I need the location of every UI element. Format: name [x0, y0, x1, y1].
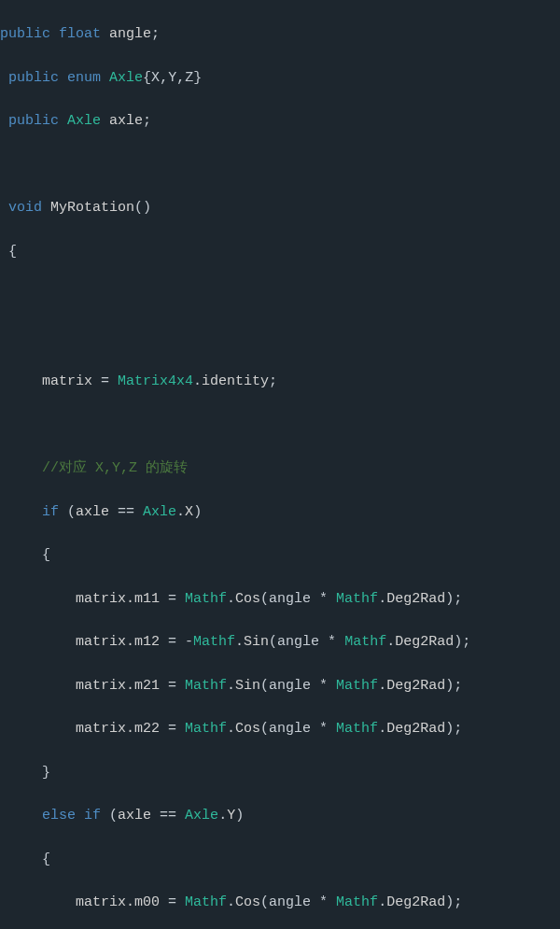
code-line [0, 284, 560, 305]
code-line: public float angle; [0, 23, 560, 45]
code-line: { [0, 544, 560, 566]
code-editor: public float angle; public enum Axle{X,Y… [0, 0, 560, 929]
code-line: //对应 X,Y,Z 的旋转 [0, 457, 560, 479]
code-line: matrix.m12 = -Mathf.Sin(angle * Mathf.De… [0, 631, 560, 653]
code-line [0, 154, 560, 176]
code-line: matrix.m22 = Mathf.Cos(angle * Mathf.Deg… [0, 718, 560, 739]
code-line [0, 415, 560, 436]
code-line: matrix.m21 = Mathf.Sin(angle * Mathf.Deg… [0, 675, 560, 697]
code-line: matrix = Matrix4x4.identity; [0, 371, 560, 392]
code-line: else if (axle == Axle.Y) [0, 805, 560, 826]
code-line: matrix.m11 = Mathf.Cos(angle * Mathf.Deg… [0, 588, 560, 610]
code-line: if (axle == Axle.X) [0, 501, 560, 523]
code-line: public enum Axle{X,Y,Z} [0, 67, 560, 89]
code-line [0, 328, 560, 349]
code-line: { [0, 849, 560, 870]
code-line: void MyRotation() [0, 197, 560, 218]
code-line: { [0, 241, 560, 262]
code-line: } [0, 762, 560, 783]
code-line: public Axle axle; [0, 110, 560, 132]
code-line: matrix.m00 = Mathf.Cos(angle * Mathf.Deg… [0, 892, 560, 913]
